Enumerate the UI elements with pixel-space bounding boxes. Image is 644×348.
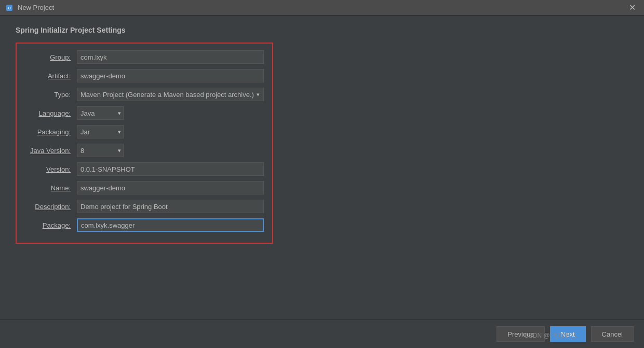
java-version-row: Java Version: 8 11 17 [25, 143, 264, 158]
language-select-wrapper: Java Kotlin Groovy [77, 106, 124, 120]
language-label: Language: [25, 109, 77, 117]
language-select[interactable]: Java Kotlin Groovy [77, 106, 124, 120]
artifact-row: Artifact: [25, 68, 264, 83]
packaging-select-wrapper: Jar War [77, 125, 124, 138]
close-button[interactable]: ✕ [626, 2, 639, 13]
java-version-select[interactable]: 8 11 17 [77, 144, 124, 157]
artifact-label: Artifact: [25, 72, 77, 80]
version-input[interactable] [77, 162, 264, 176]
description-label: Description: [25, 203, 77, 211]
java-version-label: Java Version: [25, 147, 77, 155]
version-label: Version: [25, 165, 77, 173]
java-version-select-wrapper: 8 11 17 [77, 144, 124, 157]
group-label: Group: [25, 53, 77, 61]
window-title: New Project [18, 4, 54, 11]
form-container: Group: Artifact: Type: Maven Project (Ge… [16, 43, 273, 244]
title-bar: U New Project ✕ [0, 0, 644, 16]
name-row: Name: [25, 180, 264, 195]
artifact-input[interactable] [77, 69, 264, 82]
name-label: Name: [25, 184, 77, 192]
cancel-button[interactable]: Cancel [591, 326, 634, 342]
section-title: Spring Initializr Project Settings [16, 26, 628, 34]
description-input[interactable] [77, 200, 264, 213]
version-row: Version: [25, 162, 264, 176]
packaging-row: Packaging: Jar War [25, 124, 264, 139]
packaging-label: Packaging: [25, 128, 77, 136]
package-label: Package: [25, 221, 77, 229]
app-icon: U [5, 4, 14, 12]
language-row: Language: Java Kotlin Groovy [25, 106, 264, 120]
package-row: Package: [25, 218, 264, 232]
type-label: Type: [25, 91, 77, 99]
description-row: Description: [25, 199, 264, 214]
type-select[interactable]: Maven Project (Generate a Maven based pr… [77, 88, 264, 101]
title-bar-left: U New Project [5, 4, 54, 12]
type-row: Type: Maven Project (Generate a Maven ba… [25, 87, 264, 102]
dialog-content: Spring Initializr Project Settings Group… [0, 16, 644, 254]
type-select-wrapper: Maven Project (Generate a Maven based pr… [77, 88, 264, 101]
group-input[interactable] [77, 50, 264, 64]
packaging-select[interactable]: Jar War [77, 125, 124, 138]
svg-text:U: U [8, 6, 11, 10]
watermark: CSDN @ 飞翔而已 [524, 331, 576, 340]
group-row: Group: [25, 50, 264, 64]
name-input[interactable] [77, 181, 264, 194]
package-input[interactable] [77, 218, 264, 232]
